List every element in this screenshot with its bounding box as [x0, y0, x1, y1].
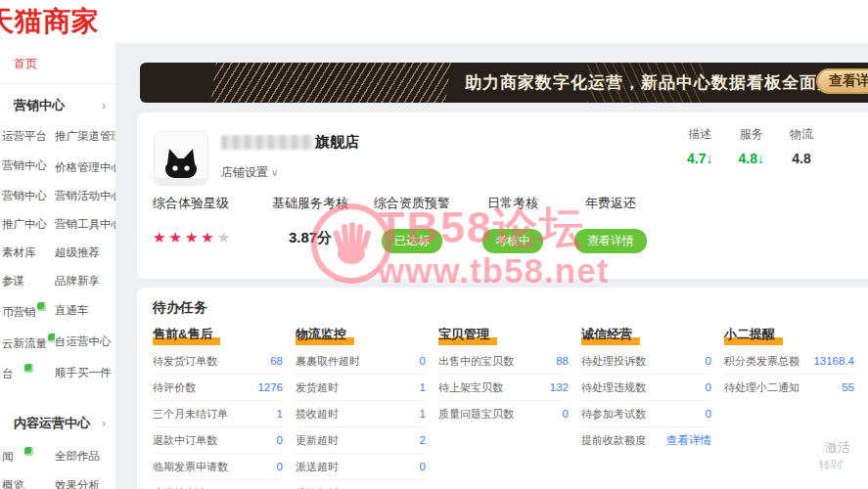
todo-row: 出售中的宝贝数88 [438, 348, 569, 375]
todo-row: 待评价数1276 [153, 375, 283, 401]
sidebar-item[interactable]: 直通车 [55, 303, 115, 318]
annual-fee-detail-pill[interactable]: 查看详情 [574, 229, 647, 253]
sidebar-row: 营销中心 营销活动中心 [0, 182, 115, 210]
shop-ratings: 描述 4.7↓ 服务 4.8↓ 物流 4.8 [687, 126, 813, 166]
sidebar-item[interactable]: 自运营中心 [55, 334, 115, 349]
todo-row: 待处理投诉数0 [581, 348, 711, 375]
sidebar-item[interactable]: 概览 [2, 478, 55, 489]
shop-card: 旗舰店 店铺设置∨ 描述 4.7↓ 服务 4.8↓ 物流 4.8 综合体验星级 [137, 112, 868, 279]
sidebar-item[interactable]: 效果分析 [55, 478, 115, 489]
todo-count[interactable]: 132 [550, 381, 569, 393]
todo-count[interactable]: 1276 [257, 381, 283, 393]
todo-row: 退款中订单数0 [153, 427, 283, 454]
daily-check-status-pill[interactable]: 考核中 [482, 229, 543, 253]
sidebar-row: 台 顺手买一件 [0, 357, 115, 388]
view-detail-link[interactable]: 查看详情 [666, 433, 711, 448]
filled-stars-icon: ★★★★ [153, 229, 217, 245]
sidebar-item[interactable]: 全部作品 [55, 449, 115, 464]
todo-row: 待参加考试数0 [581, 401, 711, 427]
metric-daily-check: 日常考核 考核中 [466, 195, 560, 253]
sidebar-row: 概览 效果分析 [0, 471, 115, 489]
sidebar-item[interactable]: 云新流量 [2, 333, 55, 351]
sidebar-item[interactable]: 台 [2, 364, 55, 381]
todo-count[interactable]: 0 [706, 408, 711, 420]
arrow-down-icon: ↓ [706, 151, 712, 166]
sidebar-item[interactable]: 价格管理中心 [55, 157, 115, 175]
tmall-merchant-logo: 天猫商家 [0, 3, 100, 40]
sidebar-item[interactable]: 闻 [2, 447, 55, 465]
todo-count[interactable]: 68 [270, 355, 283, 367]
new-badge-icon [24, 447, 33, 456]
banner-text: 助力商家数字化运营，新品中心数据看板全面升级 [465, 71, 852, 94]
sidebar-item[interactable]: 运营平台 [2, 129, 55, 144]
todo-row: 质量问题宝贝数0 [438, 401, 569, 426]
todo-row: 派送超时0 [296, 454, 426, 480]
todo-count[interactable]: 2 [420, 434, 426, 446]
todo-col-logistics: 物流监控 裹裹取件超时0 发货超时1 揽收超时1 更新超时2 派送超时0 线路超… [296, 325, 426, 489]
todo-count[interactable]: 0 [706, 355, 711, 367]
sidebar-item-home[interactable]: 首页 [0, 43, 115, 84]
qualification-status-pill[interactable]: 已达标 [382, 229, 442, 253]
shop-avatar [154, 131, 208, 186]
sidebar-item[interactable]: 币营销 [2, 302, 55, 320]
todo-count[interactable]: 1 [277, 408, 283, 420]
sidebar-row: 币营销 直通车 [0, 295, 115, 327]
todo-row: 揽收超时1 [296, 401, 426, 427]
todo-row: 三个月未结订单1 [153, 401, 283, 427]
todo-count[interactable]: 88 [556, 355, 569, 367]
sidebar-item[interactable]: 营销工具中心 [55, 217, 115, 232]
promo-banner[interactable]: 助力商家数字化运营，新品中心数据看板全面升级 查看详情 [140, 63, 868, 103]
sidebar-row: 素材库 超级推荐 [0, 239, 115, 267]
sidebar-item[interactable]: 素材库 [2, 245, 55, 260]
todo-count[interactable]: 0 [420, 461, 426, 472]
sidebar-section-title: 内容运营中心 [14, 415, 90, 432]
todo-count[interactable]: 1 [420, 408, 426, 420]
new-badge-icon [24, 364, 33, 373]
todo-count[interactable]: 13168.4 [813, 355, 854, 367]
todo-row: 积分类发票总额13168.4 [724, 348, 854, 375]
todo-row: 待处理违规数0 [581, 375, 711, 401]
sidebar-item[interactable]: 品牌新享 [55, 274, 115, 289]
sidebar-item[interactable]: 推广中心 [2, 217, 55, 232]
todo-count[interactable]: 55 [842, 381, 854, 393]
merchant-dashboard: 天猫商家 首页 营销中心 › 运营平台 推广渠道管理 营销中心 价格管理中心 营… [0, 0, 868, 489]
banner-detail-button[interactable]: 查看详情 [816, 68, 868, 94]
todo-count[interactable]: 0 [706, 381, 711, 393]
todo-row: 待发货订单数68 [153, 348, 283, 375]
sidebar-row: 闻 全部作品 [0, 440, 115, 471]
blurred-shop-name [221, 135, 313, 150]
todo-count[interactable]: 0 [563, 408, 569, 420]
sidebar-row: 营销中心 价格管理中心 [0, 151, 115, 182]
todo-columns: 售前&售后 待发货订单数68 待评价数1276 三个月未结订单1 退款中订单数0… [153, 325, 868, 489]
metric-base-service: 基础服务考核 3.87分 [262, 195, 358, 253]
todo-row: 线路超时17 [296, 480, 426, 489]
shop-settings-dropdown[interactable]: 店铺设置∨ [221, 164, 278, 181]
todo-col-integrity: 诚信经营 待处理投诉数0 待处理违规数0 待参加考试数0 提前收款额度查看详情 [581, 325, 711, 489]
todo-row: 临期发票申请数0 [153, 454, 283, 480]
todo-count[interactable]: 0 [277, 434, 283, 446]
sidebar-item[interactable]: 顺手买一件 [55, 366, 115, 380]
sidebar: 首页 营销中心 › 运营平台 推广渠道管理 营销中心 价格管理中心 营销中心 营… [0, 43, 115, 489]
sidebar-row: 云新流量 自运营中心 [0, 327, 115, 358]
sidebar-item[interactable]: 营销活动中心 [55, 189, 115, 203]
todo-count[interactable]: 0 [277, 461, 283, 472]
tmall-cat-icon [155, 132, 207, 185]
metric-star-level: 综合体验星级 ★★★★★ [149, 195, 262, 253]
sidebar-item[interactable]: 营销中心 [2, 158, 55, 173]
todo-count[interactable]: 0 [420, 355, 426, 367]
todo-col-presale: 售前&售后 待发货订单数68 待评价数1276 三个月未结订单1 退款中订单数0… [153, 325, 283, 489]
base-service-score: 3.87分 [262, 229, 358, 247]
sidebar-item[interactable]: 超级推荐 [55, 245, 115, 260]
sidebar-section-marketing[interactable]: 营销中心 › [0, 84, 115, 122]
shop-name-suffix: 旗舰店 [315, 133, 359, 152]
sidebar-item[interactable]: 营销中心 [2, 189, 55, 203]
metric-qualification: 综合资质预警 已达标 [358, 195, 466, 253]
activation-watermark: 激活 转到' [825, 439, 850, 472]
rating-service: 服务 4.8↓ [738, 126, 763, 166]
sidebar-section-content[interactable]: 内容运营中心 › [0, 402, 115, 440]
sidebar-item[interactable]: 参谋 [2, 274, 55, 289]
sidebar-item[interactable]: 推广渠道管理 [55, 129, 115, 144]
todo-row: 裹裹取件超时0 [296, 348, 426, 375]
todo-card: 待办任务 售前&售后 待发货订单数68 待评价数1276 三个月未结订单1 退款… [137, 288, 868, 489]
todo-count[interactable]: 1 [420, 381, 426, 393]
